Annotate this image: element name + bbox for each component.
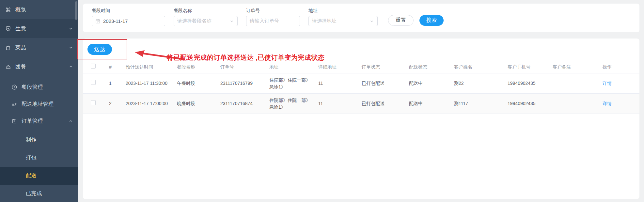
orders-panel: 送达 # 预计送达时间 餐段名称 订单号 地址 详细地址 订单状态 配送状态 客…: [83, 39, 639, 199]
column-header-meal-name: 餐段名称: [174, 64, 217, 70]
column-header-customer-phone: 客户手机号: [504, 64, 549, 70]
chevron-down-icon: [229, 19, 234, 23]
row-checkbox-cell: [83, 80, 106, 87]
chevron-down-icon: [69, 45, 73, 50]
meal-name-label: 餐段名称: [174, 8, 238, 14]
row-index: 1: [106, 80, 122, 87]
delivery-status: 配送中: [406, 100, 451, 107]
sidebar-item-meal-period[interactable]: 餐段管理: [0, 79, 78, 96]
filter-panel: 餐段时间 2023-11-17 餐段名称 请选择餐段名称: [83, 4, 639, 32]
sidebar-item-business[interactable]: 生意: [0, 19, 78, 38]
sidebar-item-label: 生意: [15, 25, 26, 32]
order-no-input[interactable]: 请输入订单号: [246, 16, 300, 26]
meal-time-filter: 餐段时间 2023-11-17: [92, 8, 165, 26]
address-placeholder: 请选择地址: [312, 18, 337, 24]
address-list-icon: [11, 101, 18, 107]
column-header-order-no: 订单号: [217, 64, 266, 70]
chevron-down-icon: [369, 19, 374, 23]
customer-phone: 19940902435: [504, 80, 549, 87]
main-content: 餐段时间 2023-11-17 餐段名称 请选择餐段名称: [78, 0, 644, 202]
customer-phone: 19940902435: [504, 100, 549, 107]
address-filter: 地址 请选择地址: [308, 8, 378, 26]
sidebar-item-delivery-address[interactable]: 配送地址管理: [0, 96, 78, 113]
food-cloche-icon: [5, 63, 12, 70]
sidebar: 概览 生意 菜品: [0, 0, 78, 202]
order-no: 2311170716874: [217, 100, 266, 107]
delivery-status: 配送中: [406, 80, 451, 87]
chevron-up-icon: [69, 119, 73, 123]
details-link[interactable]: 详情: [603, 101, 612, 106]
column-header-delivery-status: 配送状态: [406, 64, 451, 70]
row-index: 2: [106, 100, 122, 107]
address: 住院部》住院一部》急诊1》: [266, 77, 315, 90]
detail-address: 11: [315, 100, 358, 107]
sidebar-item-label: 订单管理: [22, 118, 43, 125]
column-header-expected-time: 预计送达时间: [122, 64, 174, 70]
dashboard-icon: [5, 7, 12, 13]
address-label: 地址: [308, 8, 378, 14]
order-delivery-page: 概览 生意 菜品: [0, 0, 644, 202]
expected-time: 2023-11-17 17:00:00: [122, 100, 174, 107]
sidebar-item-label: 打包: [26, 154, 37, 161]
order-status: 已打包配送: [358, 100, 406, 107]
column-header-order-status: 订单状态: [358, 64, 406, 70]
select-all-checkbox-cell: [83, 64, 106, 70]
meal-name: 晚餐时段: [174, 100, 217, 107]
order-no-filter: 订单号 请输入订单号: [246, 8, 300, 26]
sidebar-scrollbar[interactable]: [75, 1, 77, 20]
sidebar-item-label: 已完成: [26, 190, 42, 197]
address: 住院部》住院一部》急诊1》: [266, 97, 315, 111]
filter-buttons: 重置 搜索: [388, 15, 444, 26]
sidebar-item-deliver[interactable]: 配送: [0, 167, 78, 185]
order-no-label: 订单号: [246, 8, 300, 14]
sidebar-item-label: 配送地址管理: [22, 101, 54, 108]
expected-time: 2023-11-17 11:30:00: [122, 80, 174, 87]
customer-name: 测22: [451, 80, 504, 87]
meal-time-date-input[interactable]: 2023-11-17: [92, 16, 165, 26]
sidebar-item-label: 制作: [26, 136, 37, 143]
order-status: 已打包配送: [358, 80, 406, 87]
column-header-customer-remark: 客户备注: [549, 64, 599, 70]
column-header-customer-name: 客户姓名: [451, 64, 504, 70]
shopping-bag-icon: [5, 44, 12, 51]
deliver-button[interactable]: 送达: [87, 44, 112, 55]
clipboard-icon: [11, 118, 18, 124]
meal-name-filter: 餐段名称 请选择餐段名称: [174, 8, 238, 26]
sidebar-item-label: 概览: [15, 7, 26, 13]
meal-name-placeholder: 请选择餐段名称: [177, 18, 212, 24]
row-checkbox[interactable]: [91, 100, 96, 105]
table-row: 1 2023-11-17 11:30:00 午餐时段 2311170716799…: [83, 73, 639, 94]
details-link[interactable]: 详情: [603, 81, 612, 86]
reset-button[interactable]: 重置: [388, 15, 414, 26]
column-header-detail-address: 详细地址: [315, 64, 358, 70]
sidebar-item-make[interactable]: 制作: [0, 131, 78, 149]
search-button[interactable]: 搜索: [419, 15, 444, 26]
meal-name-select[interactable]: 请选择餐段名称: [174, 16, 238, 26]
sidebar-item-label: 餐段管理: [22, 84, 43, 91]
chevron-up-icon: [69, 64, 73, 69]
sidebar-item-group-meal[interactable]: 团餐: [0, 57, 78, 76]
address-select[interactable]: 请选择地址: [308, 16, 378, 26]
shield-icon: [5, 25, 12, 32]
order-no-placeholder: 请输入订单号: [250, 18, 279, 24]
clock-icon: [11, 84, 18, 90]
column-header-address: 地址: [266, 64, 315, 70]
orders-table: # 预计送达时间 餐段名称 订单号 地址 详细地址 订单状态 配送状态 客户姓名…: [83, 61, 639, 114]
order-no: 2311170716799: [217, 80, 266, 87]
row-checkbox[interactable]: [91, 80, 96, 85]
table-row: 2 2023-11-17 17:00:00 晚餐时段 2311170716874…: [83, 94, 639, 114]
meal-time-value: 2023-11-17: [103, 18, 128, 24]
customer-name: 测1117: [451, 100, 504, 107]
meal-time-label: 餐段时间: [92, 8, 165, 14]
sidebar-item-dishes[interactable]: 菜品: [0, 38, 78, 57]
sidebar-item-overview[interactable]: 概览: [0, 0, 78, 19]
sidebar-item-label: 团餐: [15, 63, 26, 70]
sidebar-item-label: 菜品: [15, 44, 26, 51]
sidebar-item-label: 配送: [26, 172, 37, 179]
sidebar-item-pack[interactable]: 打包: [0, 149, 78, 167]
table-header-row: # 预计送达时间 餐段名称 订单号 地址 详细地址 订单状态 配送状态 客户姓名…: [83, 61, 639, 73]
sidebar-item-order-management[interactable]: 订单管理: [0, 113, 78, 130]
column-header-actions: 操作: [599, 64, 639, 70]
sidebar-item-completed[interactable]: 已完成: [0, 185, 78, 202]
select-all-checkbox[interactable]: [91, 64, 96, 69]
